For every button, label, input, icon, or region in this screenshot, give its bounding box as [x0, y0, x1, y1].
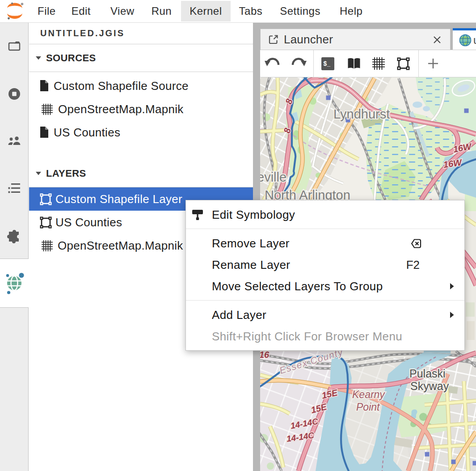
raster-grid-icon — [41, 104, 53, 115]
file-icon — [39, 80, 49, 92]
layer-context-menu: Edit Symbology Remove Layer Rename Layer… — [185, 200, 465, 351]
symbology-book-button[interactable] — [341, 58, 366, 69]
submenu-arrow-icon — [449, 282, 455, 290]
jupytergis-globe-icon — [3, 269, 26, 295]
close-icon[interactable] — [430, 33, 444, 47]
ctx-rename-layer[interactable]: Rename Layer F2 — [186, 254, 464, 276]
menu-edit[interactable]: Edit — [63, 1, 99, 21]
menu-bar: File Edit View Run Kernel Tabs Settings … — [0, 0, 476, 23]
label-belleville: eville — [260, 170, 286, 184]
layers-section-header[interactable]: LAYERS — [29, 160, 253, 187]
submenu-arrow-icon — [449, 311, 455, 319]
source-item-openstreetmap[interactable]: OpenStreetMap.Mapnik — [29, 98, 253, 121]
menu-divider — [186, 229, 464, 229]
menu-settings[interactable]: Settings — [271, 1, 329, 21]
launcher-icon — [268, 34, 279, 45]
ctx-remove-layer[interactable]: Remove Layer — [186, 233, 464, 254]
table-of-contents-icon — [7, 182, 21, 195]
add-button[interactable] — [423, 58, 443, 69]
left-activity-bar — [0, 23, 29, 471]
sidebar-tab-collaborators[interactable] — [0, 134, 29, 148]
running-kernels-icon — [7, 87, 21, 101]
folder-icon — [8, 40, 21, 53]
sidebar-tab-filebrowser[interactable] — [0, 40, 29, 53]
redo-button[interactable] — [286, 58, 309, 69]
redo-icon — [289, 58, 307, 69]
ctx-browser-menu-hint: Shift+Right Click For Browser Menu — [186, 326, 464, 347]
plus-icon — [427, 58, 439, 69]
caret-down-icon — [35, 56, 42, 60]
menu-kernel[interactable]: Kernel — [181, 1, 230, 21]
menu-file[interactable]: File — [29, 1, 64, 21]
jgis-globe-icon — [459, 34, 472, 47]
delete-icon — [410, 238, 422, 250]
vector-square-icon — [40, 216, 52, 229]
menu-tabs[interactable]: Tabs — [231, 1, 271, 21]
raster-grid-icon — [41, 240, 53, 251]
raster-grid-icon — [372, 57, 385, 70]
jgis-toolbar: $_ — [260, 50, 476, 77]
sidebar-tab-toc[interactable] — [0, 182, 29, 195]
ctx-edit-symbology[interactable]: Edit Symbology — [186, 204, 464, 225]
shield-16: 16 — [260, 350, 270, 360]
sources-list: Custom Shapefile Source OpenStreetMap.Ma… — [29, 72, 253, 160]
tab-active-label: untitled.jgis — [473, 34, 476, 47]
tab-untitled-jgis[interactable]: untitled.jgis — [453, 28, 476, 50]
sidebar-bottom-section — [0, 307, 29, 471]
ctx-move-to-group[interactable]: Move Selected Layers To Group — [186, 276, 464, 297]
source-item-custom-shapefile[interactable]: Custom Shapefile Source — [29, 74, 253, 98]
sidebar-tab-running[interactable] — [0, 87, 29, 101]
file-icon — [39, 126, 49, 139]
sidebar-tab-jupytergis[interactable] — [0, 269, 29, 295]
menu-run[interactable]: Run — [143, 1, 181, 21]
label-pulaski: Pulaski — [409, 367, 446, 380]
tab-launcher-label: Launcher — [284, 33, 333, 47]
label-kearny-point: Point — [356, 401, 380, 413]
symbology-icon — [191, 208, 212, 221]
users-icon — [7, 134, 22, 148]
dock-tab-bar: Launcher untitled.jgis — [260, 23, 476, 50]
menu-help[interactable]: Help — [331, 1, 371, 21]
source-item-us-counties[interactable]: US Counties — [29, 121, 253, 144]
tab-launcher[interactable]: Launcher — [260, 29, 451, 50]
open-book-icon — [347, 58, 361, 69]
menu-divider — [186, 300, 464, 301]
new-raster-layer-button[interactable] — [366, 57, 391, 70]
label-kearny: Kearny — [352, 389, 385, 400]
undo-button[interactable] — [262, 58, 285, 69]
shortcut-f2: F2 — [406, 258, 420, 272]
undo-icon — [265, 58, 282, 69]
new-vector-layer-button[interactable] — [391, 57, 416, 70]
vector-square-icon — [40, 193, 52, 205]
svg-text:$_: $_ — [324, 60, 331, 67]
jupyter-logo-icon — [5, 1, 25, 21]
puzzle-icon — [7, 229, 22, 244]
caret-down-icon — [35, 171, 42, 175]
vector-square-icon — [397, 57, 410, 70]
panel-title: UNTITLED.JGIS — [29, 23, 253, 44]
terminal-icon: $_ — [321, 57, 334, 70]
jupyter-logo — [0, 0, 29, 22]
sidebar-tab-extensions[interactable] — [0, 229, 29, 244]
ctx-add-layer[interactable]: Add Layer — [186, 304, 464, 326]
new-terminal-button[interactable]: $_ — [316, 57, 340, 70]
sources-section-header[interactable]: SOURCES — [29, 44, 253, 72]
label-skyway: Skyway — [410, 380, 449, 392]
menu-view[interactable]: View — [102, 1, 143, 21]
label-lyndhurst: Lyndhurst — [333, 107, 390, 121]
